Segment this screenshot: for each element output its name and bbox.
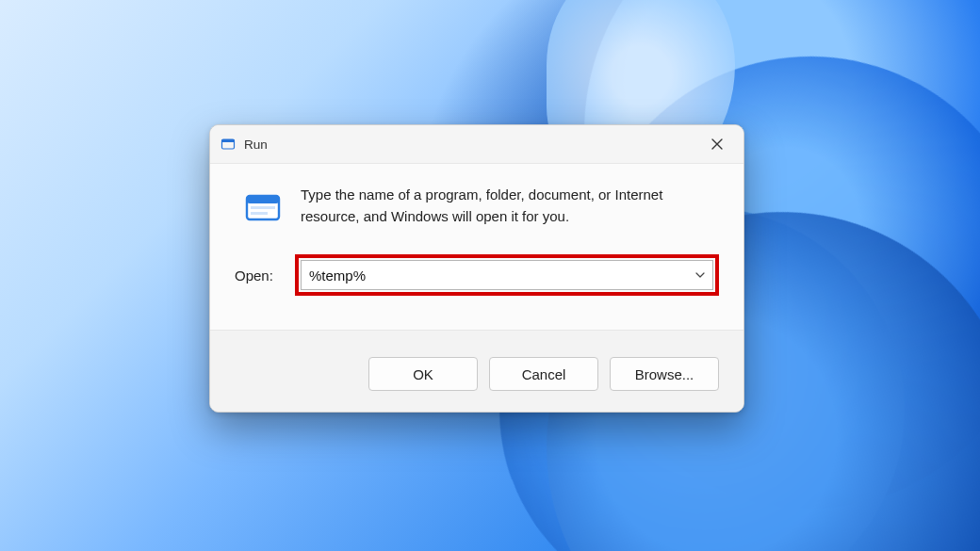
close-button[interactable] (696, 129, 738, 159)
dialog-title: Run (244, 138, 268, 152)
browse-button[interactable]: Browse... (610, 357, 719, 391)
ok-button[interactable]: OK (368, 357, 478, 391)
dialog-footer: OK Cancel Browse... (210, 330, 743, 412)
run-icon (220, 136, 237, 153)
open-combobox[interactable] (301, 260, 713, 290)
svg-rect-4 (251, 206, 275, 209)
desktop-wallpaper: Run Type the name of a program, (0, 0, 980, 551)
cancel-button[interactable]: Cancel (489, 357, 598, 391)
close-icon (711, 138, 723, 150)
run-dialog: Run Type the name of a program, (209, 124, 744, 413)
titlebar[interactable]: Run (210, 125, 743, 164)
svg-rect-3 (247, 196, 279, 203)
open-label: Open: (235, 267, 282, 284)
combobox-dropdown-button[interactable] (688, 269, 712, 281)
dialog-description: Type the name of a program, folder, docu… (301, 185, 719, 228)
svg-rect-1 (222, 139, 235, 142)
chevron-down-icon (694, 269, 706, 281)
open-field-highlight (295, 254, 719, 296)
svg-rect-5 (251, 212, 268, 215)
run-large-icon (242, 186, 284, 228)
open-input[interactable] (302, 267, 688, 284)
